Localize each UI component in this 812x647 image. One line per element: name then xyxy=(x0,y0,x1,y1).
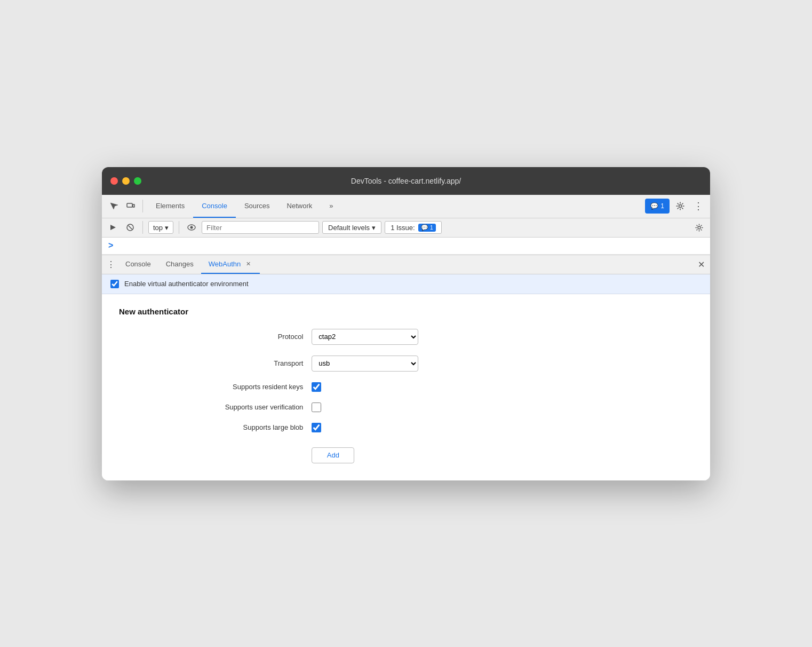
tab-more[interactable]: » xyxy=(321,195,341,218)
badge-icon: 💬 xyxy=(421,224,428,231)
toolbar-right: 💬 1 ⋮ xyxy=(645,199,706,214)
main-toolbar: Elements Console Sources Network » 💬 1 ⋮ xyxy=(102,195,710,218)
log-levels-button[interactable]: Default levels ▾ xyxy=(322,221,381,234)
context-selector[interactable]: top ▾ xyxy=(148,221,173,234)
traffic-lights xyxy=(110,177,141,185)
tab-changes[interactable]: Changes xyxy=(158,255,201,274)
tab-console[interactable]: Console xyxy=(193,195,236,218)
filter-input[interactable] xyxy=(202,221,319,234)
settings-button[interactable] xyxy=(673,199,688,214)
webauthn-panel: Enable virtual authenticator environment… xyxy=(102,274,710,480)
issue-count-label: 1 Issue: xyxy=(391,224,415,232)
console-sep xyxy=(142,221,143,234)
protocol-label: Protocol xyxy=(278,333,304,341)
clear-console-button[interactable] xyxy=(123,220,137,234)
svg-point-8 xyxy=(698,226,700,229)
bottom-tabs-more[interactable]: ⋮ xyxy=(104,257,118,271)
issue-button[interactable]: 💬 1 xyxy=(645,199,670,214)
prompt-arrow-icon[interactable]: > xyxy=(108,241,113,250)
enable-row: Enable virtual authenticator environment xyxy=(102,274,710,294)
device-toggle-icon[interactable] xyxy=(123,199,138,214)
resident-keys-checkbox[interactable] xyxy=(312,382,321,392)
console-toolbar: top ▾ Default levels ▾ 1 Issue: 💬 1 xyxy=(102,218,710,238)
issue-badge: 💬 1 xyxy=(418,224,436,232)
badge-count: 1 xyxy=(430,224,433,231)
window-title: DevTools - coffee-cart.netlify.app/ xyxy=(351,177,461,185)
devtools-window: DevTools - coffee-cart.netlify.app/ Elem… xyxy=(102,167,710,480)
tab-network[interactable]: Network xyxy=(278,195,321,218)
user-verification-label: Supports user verification xyxy=(225,403,304,411)
svg-point-2 xyxy=(679,205,682,208)
resident-keys-label: Supports resident keys xyxy=(233,383,303,391)
inspector-icon[interactable] xyxy=(106,199,121,214)
new-auth-title: New authenticator xyxy=(119,307,693,316)
webauthn-tab-close[interactable]: ✕ xyxy=(244,259,252,268)
console-prompt-area: > xyxy=(102,238,710,255)
new-authenticator-section: New authenticator Protocol ctap2 u2f Tra… xyxy=(102,294,710,480)
svg-point-7 xyxy=(190,226,193,229)
protocol-select[interactable]: ctap2 u2f xyxy=(312,329,418,345)
levels-label: Default levels xyxy=(328,224,370,232)
tab-elements[interactable]: Elements xyxy=(147,195,193,218)
user-verification-checkbox[interactable] xyxy=(312,403,321,412)
tab-webauthn[interactable]: WebAuthn ✕ xyxy=(201,255,260,274)
console-sep2 xyxy=(179,221,179,234)
sidebar-toggle-button[interactable] xyxy=(106,220,120,234)
svg-marker-3 xyxy=(110,225,116,230)
issue-icon: 💬 xyxy=(650,202,658,210)
title-bar: DevTools - coffee-cart.netlify.app/ xyxy=(102,167,710,195)
large-blob-label: Supports large blob xyxy=(243,423,304,431)
tab-sources[interactable]: Sources xyxy=(236,195,278,218)
bottom-tab-bar: ⋮ Console Changes WebAuthn ✕ ✕ xyxy=(102,255,710,274)
close-button[interactable] xyxy=(110,177,118,185)
svg-line-5 xyxy=(129,226,132,230)
large-blob-checkbox[interactable] xyxy=(312,423,321,432)
enable-label: Enable virtual authenticator environment xyxy=(124,280,249,288)
transport-label: Transport xyxy=(274,359,303,367)
toolbar-separator xyxy=(142,200,143,212)
add-button[interactable]: Add xyxy=(312,447,354,463)
svg-rect-1 xyxy=(133,204,134,207)
minimize-button[interactable] xyxy=(122,177,130,185)
console-settings-button[interactable] xyxy=(692,220,706,234)
authenticator-form: Protocol ctap2 u2f Transport usb nfc ble… xyxy=(162,329,482,463)
panel-close-button[interactable]: ✕ xyxy=(694,257,708,271)
main-tab-nav: Elements Console Sources Network » xyxy=(147,195,342,218)
svg-rect-0 xyxy=(127,203,132,207)
issue-count: 1 xyxy=(660,202,664,210)
maximize-button[interactable] xyxy=(134,177,141,185)
eye-toggle-button[interactable] xyxy=(185,220,198,234)
bottom-panel: ⋮ Console Changes WebAuthn ✕ ✕ Enable vi… xyxy=(102,255,710,480)
more-options-button[interactable]: ⋮ xyxy=(691,199,706,214)
levels-arrow-icon: ▾ xyxy=(372,224,376,232)
transport-select[interactable]: usb nfc ble internal xyxy=(312,356,418,372)
issue-count-button[interactable]: 1 Issue: 💬 1 xyxy=(385,221,442,234)
context-arrow-icon: ▾ xyxy=(165,224,169,232)
context-label: top xyxy=(153,224,163,232)
tab-console-drawer[interactable]: Console xyxy=(118,255,158,274)
enable-checkbox[interactable] xyxy=(110,280,119,288)
